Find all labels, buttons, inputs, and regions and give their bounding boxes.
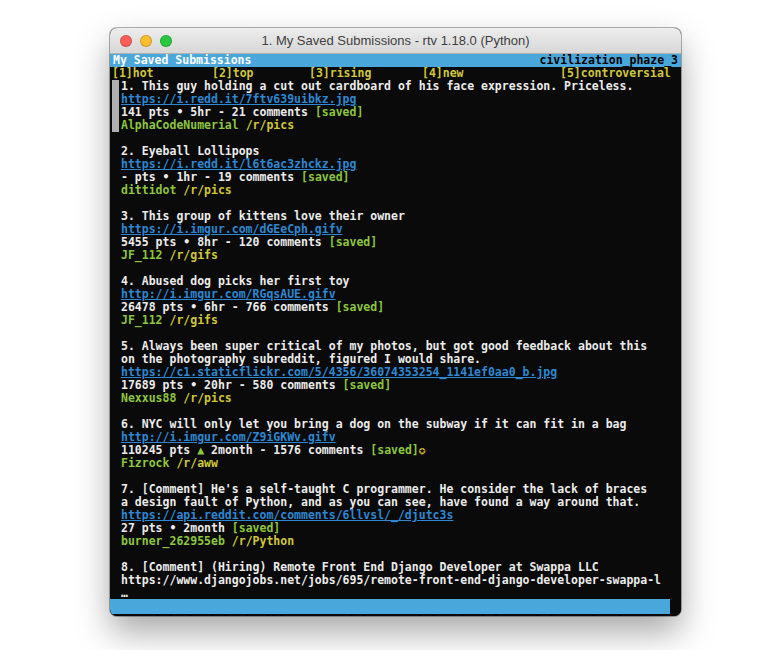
submission-row[interactable]: 2. Eyeball Lollipops https://i.redd.it/l… [112, 145, 657, 197]
submission-byline: Fizrock /r/aww [121, 457, 657, 470]
age-and-comments: 2month - 1576 comments [211, 443, 370, 457]
saved-badge: [saved] [336, 300, 384, 314]
submission-extra-line: https://www.djangojobs.net/jobs/695/remo… [121, 574, 657, 587]
zoom-window-button[interactable] [160, 35, 172, 47]
age-and-comments: 5hr - 21 comments [190, 105, 315, 119]
submission-subreddit[interactable]: /r/aww [176, 456, 218, 470]
vote-indicator[interactable]: • [190, 378, 204, 392]
submission-row[interactable]: 1. This guy holding a cut out cardboard … [112, 80, 657, 132]
points-count: 141 pts [121, 105, 176, 119]
keyboard-shortcuts-help: [?]Help [q]Quit [l]Comments [/]Prompt [u… [154, 614, 653, 616]
saved-badge: [saved] [370, 443, 418, 457]
submission-byline: burner_262955eb /r/Python [121, 535, 657, 548]
submission-byline: AlphaCodeNumerial /r/pics [121, 119, 657, 132]
points-count: 27 pts [121, 521, 169, 535]
submission-byline: dittidot /r/pics [121, 184, 657, 197]
points-count: 5455 pts [121, 235, 183, 249]
submission-byline: JF_112 /r/gifs [121, 314, 657, 327]
saved-badge: [saved] [315, 105, 363, 119]
vote-indicator[interactable]: • [169, 521, 183, 535]
submission-author[interactable]: JF_112 [121, 313, 169, 327]
submission-subreddit[interactable]: /r/Python [232, 534, 294, 548]
submission-subreddit[interactable]: /r/pics [246, 118, 294, 132]
age-and-comments: 1hr - 19 comments [176, 170, 301, 184]
age-and-comments: 2month [183, 521, 231, 535]
saved-badge: [saved] [232, 521, 280, 535]
submission-row[interactable]: 5. Always been super critical of my phot… [112, 340, 657, 405]
app-window: 1. My Saved Submissions - rtv 1.18.0 (Py… [110, 28, 681, 616]
saved-badge: [saved] [329, 235, 377, 249]
vote-indicator[interactable]: • [183, 235, 197, 249]
terminal-screen: My Saved Submissions civilization_phaze_… [110, 54, 681, 616]
submission-byline: JF_112 /r/gifs [121, 249, 657, 262]
vote-indicator[interactable]: • [163, 170, 177, 184]
submission-row[interactable]: 7. [Comment] He's a self-taught C progra… [112, 483, 657, 548]
submission-title: 7. [Comment] He's a self-taught C progra… [121, 483, 657, 509]
vote-indicator[interactable]: • [190, 300, 204, 314]
gilded-star-icon: ✪ [419, 443, 426, 457]
points-count: 17689 pts [121, 378, 190, 392]
submission-subreddit[interactable]: /r/gifs [169, 313, 217, 327]
submission-author[interactable]: AlphaCodeNumerial [121, 118, 246, 132]
submission-row[interactable]: 8. [Comment] (Hiring) Remote Front End D… [112, 561, 657, 600]
submission-author[interactable]: Fizrock [121, 456, 176, 470]
points-count: 26478 pts [121, 300, 190, 314]
vote-indicator[interactable]: ▲ [197, 443, 211, 457]
age-and-comments: 20hr - 580 comments [204, 378, 342, 392]
footer-bar: [?]Help [q]Quit [l]Comments [/]Prompt [u… [110, 599, 670, 614]
age-and-comments: 6hr - 766 comments [204, 300, 336, 314]
submission-author[interactable]: Nexxus88 [121, 391, 183, 405]
close-window-button[interactable] [120, 35, 132, 47]
submission-subreddit[interactable]: /r/gifs [169, 248, 217, 262]
submission-author[interactable]: burner_262955eb [121, 534, 232, 548]
submission-subreddit[interactable]: /r/pics [183, 183, 231, 197]
submission-row[interactable]: 4. Abused dog picks her first toy http:/… [112, 275, 657, 327]
selection-cursor [112, 80, 119, 132]
points-count: 110245 pts [121, 443, 197, 457]
age-and-comments: 8hr - 120 comments [197, 235, 329, 249]
submission-title: 5. Always been super critical of my phot… [121, 340, 657, 366]
submission-byline: Nexxus88 /r/pics [121, 392, 657, 405]
vote-indicator[interactable]: • [176, 105, 190, 119]
traffic-lights [120, 35, 172, 47]
minimize-window-button[interactable] [140, 35, 152, 47]
window-titlebar[interactable]: 1. My Saved Submissions - rtv 1.18.0 (Py… [110, 28, 681, 54]
points-count: - pts [121, 170, 163, 184]
submission-list: 1. This guy holding a cut out cardboard … [112, 80, 679, 600]
submission-row[interactable]: 3. This group of kittens love their owne… [112, 210, 657, 262]
submission-author[interactable]: dittidot [121, 183, 183, 197]
saved-badge: [saved] [343, 378, 391, 392]
window-title: 1. My Saved Submissions - rtv 1.18.0 (Py… [261, 33, 529, 48]
submission-row[interactable]: 6. NYC will only let you bring a dog on … [112, 418, 657, 470]
saved-badge: [saved] [301, 170, 349, 184]
submission-subreddit[interactable]: /r/pics [183, 391, 231, 405]
submission-author[interactable]: JF_112 [121, 248, 169, 262]
